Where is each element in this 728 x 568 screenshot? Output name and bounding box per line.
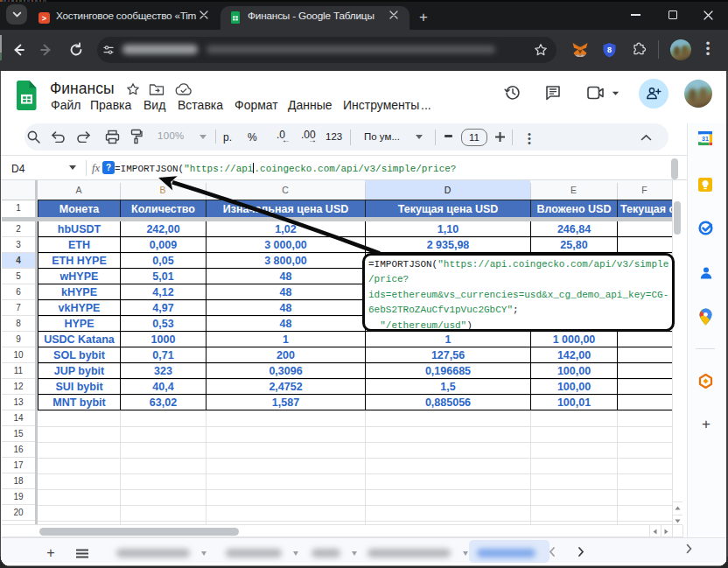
svg-text:8: 8: [607, 46, 612, 54]
svg-text:31: 31: [702, 136, 709, 142]
